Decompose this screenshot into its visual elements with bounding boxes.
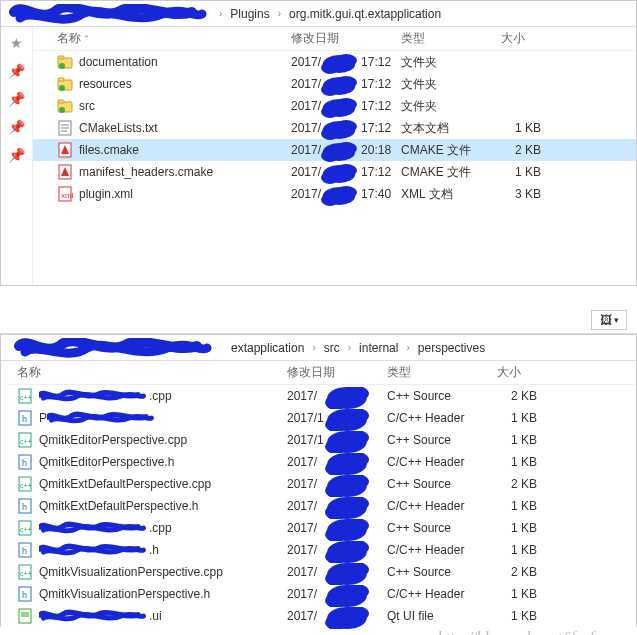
- address-bar[interactable]: › Plugins › org.mitk.gui.qt.extapplicati…: [1, 1, 636, 27]
- redaction-scribble: [39, 389, 149, 403]
- redaction-scribble: [321, 185, 357, 207]
- col-name-header[interactable]: 名称: [57, 30, 81, 47]
- file-icon: [17, 608, 33, 624]
- file-type: C/C++ Header: [387, 411, 497, 425]
- file-name: .h: [39, 543, 159, 558]
- redaction-scribble: [317, 475, 377, 497]
- column-headers[interactable]: 名称 ˆ 修改日期 类型 大小: [33, 27, 636, 51]
- file-icon: [17, 476, 33, 492]
- file-row[interactable]: QmitkExtDefaultPerspective.h2017/C/C++ H…: [9, 495, 636, 517]
- file-icon: [57, 186, 73, 202]
- file-icon: [17, 432, 33, 448]
- redaction-scribble: [39, 609, 149, 623]
- sort-caret-icon: ˆ: [85, 34, 88, 44]
- file-icon: [17, 410, 33, 426]
- file-date: 2017/: [287, 455, 387, 469]
- chevron-right-icon: ›: [278, 8, 281, 19]
- redaction-scribble: [317, 519, 377, 541]
- file-row[interactable]: files.cmake2017/20:18CMAKE 文件2 KB: [33, 139, 636, 161]
- file-size: 1 KB: [497, 609, 557, 623]
- picture-icon: 🖼: [600, 313, 612, 327]
- breadcrumb-item[interactable]: Plugins: [226, 5, 273, 23]
- col-type-header[interactable]: 类型: [387, 364, 497, 381]
- file-icon: [17, 520, 33, 536]
- file-row[interactable]: manifest_headers.cmake2017/17:12CMAKE 文件…: [33, 161, 636, 183]
- file-row[interactable]: .cpp2017/C++ Source2 KB: [9, 385, 636, 407]
- file-row[interactable]: QmitkVisualizationPerspective.h2017/C/C+…: [9, 583, 636, 605]
- file-type: 文件夹: [401, 76, 501, 93]
- file-row[interactable]: QmitkVisualizationPerspective.cpp2017/C+…: [9, 561, 636, 583]
- breadcrumb-item[interactable]: extapplication: [227, 339, 308, 357]
- file-type: 文件夹: [401, 98, 501, 115]
- redaction-scribble: [317, 453, 377, 475]
- explorer-window-2: extapplication › src › internal › perspe…: [0, 334, 637, 627]
- file-row[interactable]: QmitkEditorPerspective.h2017/C/C++ Heade…: [9, 451, 636, 473]
- file-icon: [57, 54, 73, 70]
- file-name: P: [39, 411, 157, 426]
- file-date: 2017/1: [287, 433, 387, 447]
- pin-icon[interactable]: 📌: [8, 63, 25, 79]
- breadcrumb-item[interactable]: perspectives: [414, 339, 489, 357]
- file-icon: [57, 120, 73, 136]
- chevron-right-icon: ›: [406, 342, 409, 353]
- col-date-header[interactable]: 修改日期: [291, 30, 401, 47]
- breadcrumb-item[interactable]: org.mitk.gui.qt.extapplication: [285, 5, 445, 23]
- pin-icon[interactable]: 📌: [8, 91, 25, 107]
- file-row[interactable]: CMakeLists.txt2017/17:12文本文档1 KB: [33, 117, 636, 139]
- file-type: 文本文档: [401, 120, 501, 137]
- view-mode-button[interactable]: 🖼 ▾: [591, 310, 627, 330]
- file-size: 2 KB: [501, 143, 561, 157]
- pin-icon[interactable]: 📌: [8, 119, 25, 135]
- file-row[interactable]: QmitkEditorPerspective.cpp2017/1C++ Sour…: [9, 429, 636, 451]
- file-date: 2017/20:18: [291, 143, 401, 157]
- file-name: documentation: [79, 55, 158, 69]
- redaction-scribble: [317, 607, 377, 629]
- pin-icon[interactable]: 📌: [8, 147, 25, 163]
- file-row[interactable]: plugin.xml2017/17:40XML 文档3 KB: [33, 183, 636, 205]
- column-headers[interactable]: 名称 修改日期 类型 大小: [9, 361, 636, 385]
- explorer-window-1: › Plugins › org.mitk.gui.qt.extapplicati…: [0, 0, 637, 286]
- redaction-scribble: [321, 75, 357, 97]
- file-name: QmitkExtDefaultPerspective.cpp: [39, 477, 211, 491]
- redaction-scribble: [317, 387, 377, 409]
- file-date: 2017/: [287, 609, 387, 623]
- address-bar[interactable]: extapplication › src › internal › perspe…: [1, 335, 636, 361]
- file-row[interactable]: src2017/17:12文件夹: [33, 95, 636, 117]
- breadcrumb-item[interactable]: src: [320, 339, 344, 357]
- file-size: 2 KB: [497, 477, 557, 491]
- file-date: 2017/: [287, 389, 387, 403]
- file-icon: [17, 586, 33, 602]
- redaction-scribble: [321, 53, 357, 75]
- file-name: CMakeLists.txt: [79, 121, 158, 135]
- col-type-header[interactable]: 类型: [401, 30, 501, 47]
- col-size-header[interactable]: 大小: [497, 364, 557, 381]
- file-date: 2017/: [287, 587, 387, 601]
- file-icon: [17, 564, 33, 580]
- breadcrumb-item[interactable]: internal: [355, 339, 402, 357]
- file-row[interactable]: documentation2017/17:12文件夹: [33, 51, 636, 73]
- file-row[interactable]: resources2017/17:12文件夹: [33, 73, 636, 95]
- file-row[interactable]: .ui2017/Qt UI file1 KB: [9, 605, 636, 627]
- file-size: 1 KB: [497, 433, 557, 447]
- file-size: 1 KB: [501, 165, 561, 179]
- file-row[interactable]: P2017/1C/C++ Header1 KB: [9, 407, 636, 429]
- redaction-scribble: [317, 585, 377, 607]
- file-row[interactable]: .h2017/C/C++ Header1 KB: [9, 539, 636, 561]
- star-icon[interactable]: ★: [10, 35, 23, 51]
- view-toolbar: 🖼 ▾: [0, 306, 637, 334]
- redaction-scribble: [317, 541, 377, 563]
- file-type: XML 文档: [401, 186, 501, 203]
- file-size: 1 KB: [497, 587, 557, 601]
- file-size: 1 KB: [497, 411, 557, 425]
- file-name: .ui: [39, 609, 162, 624]
- redaction-scribble: [39, 543, 149, 557]
- col-date-header[interactable]: 修改日期: [287, 364, 387, 381]
- file-icon: [57, 98, 73, 114]
- redaction-scribble: [317, 409, 377, 431]
- file-row[interactable]: QmitkExtDefaultPerspective.cpp2017/C++ S…: [9, 473, 636, 495]
- file-row[interactable]: .cpp2017/C++ Source1 KB: [9, 517, 636, 539]
- file-date: 2017/: [287, 499, 387, 513]
- file-date: 2017/1: [287, 411, 387, 425]
- col-size-header[interactable]: 大小: [501, 30, 561, 47]
- col-name-header[interactable]: 名称: [17, 364, 41, 381]
